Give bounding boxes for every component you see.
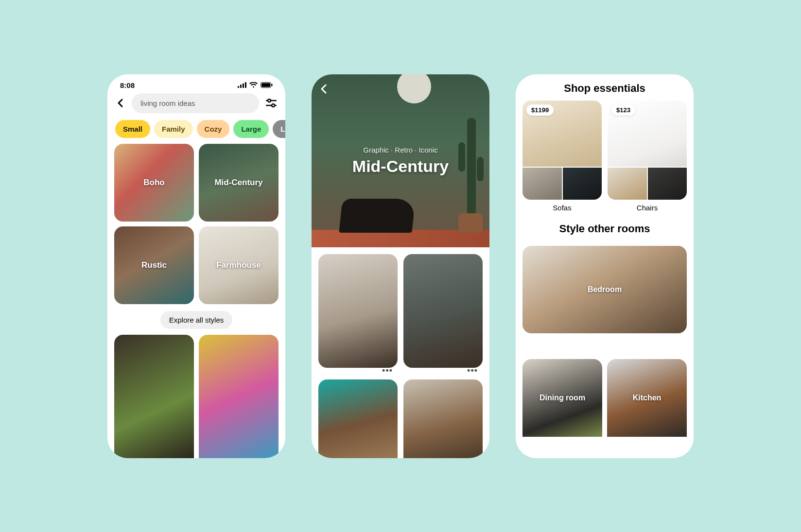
room-tile-kitchen[interactable]: Kitchen <box>607 359 687 437</box>
filter-chip-large[interactable]: Large <box>233 120 269 138</box>
hero-subtitle: Graphic · Retro · Iconic <box>363 146 437 154</box>
svg-rect-2 <box>243 84 244 88</box>
feed-pin[interactable] <box>199 335 279 458</box>
shop-thumb <box>608 168 647 200</box>
filter-chip-small[interactable]: Small <box>115 120 150 138</box>
filter-chip-layout[interactable]: Layo <box>273 120 285 138</box>
shop-thumb <box>648 168 687 200</box>
svg-rect-1 <box>240 85 242 88</box>
back-button[interactable] <box>320 83 327 97</box>
price-badge: $1199 <box>526 104 554 116</box>
status-bar: 8:08 <box>107 74 285 91</box>
rooms-section-title: Style other rooms <box>522 212 687 241</box>
feed-pin[interactable] <box>114 335 194 458</box>
feed-pin[interactable] <box>403 379 483 458</box>
price-badge: $123 <box>611 104 635 116</box>
search-input[interactable]: living room ideas <box>132 93 259 113</box>
status-icons <box>238 82 273 88</box>
back-button[interactable] <box>115 98 126 108</box>
phone-style-detail: Graphic · Retro · Iconic Mid-Century •••… <box>312 74 489 458</box>
wifi-icon <box>249 82 258 88</box>
svg-rect-6 <box>272 84 273 86</box>
svg-rect-3 <box>245 82 246 88</box>
filter-chip-family[interactable]: Family <box>154 120 193 138</box>
style-hero: Graphic · Retro · Iconic Mid-Century <box>312 74 489 247</box>
svg-rect-0 <box>238 86 239 88</box>
search-input-value: living room ideas <box>140 99 195 107</box>
shop-item-image: $1199 <box>522 101 602 167</box>
svg-point-8 <box>268 99 271 102</box>
phone-shop-rooms: Shop essentials $1199 Sofas $123 <box>516 74 694 458</box>
shop-item-label: Sofas <box>522 200 602 212</box>
rooms-grid: Bedroom Dining room Kitchen <box>522 246 687 458</box>
explore-all-button[interactable]: Explore all styles <box>160 311 233 329</box>
cellular-icon <box>238 82 246 88</box>
room-tile-label: Dining room <box>540 394 585 402</box>
style-tile-label: Boho <box>143 178 164 188</box>
style-tile-label: Farmhouse <box>216 260 261 270</box>
battery-icon <box>261 82 273 88</box>
search-row: living room ideas <box>107 91 285 118</box>
feed-grid <box>107 335 285 458</box>
style-tile-farmhouse[interactable]: Farmhouse <box>199 226 279 304</box>
style-grid: Boho Mid-Century Rustic Farmhouse <box>107 144 285 304</box>
shop-thumb <box>522 168 562 200</box>
hero-title: Mid-Century <box>352 157 449 176</box>
chevron-left-icon <box>117 99 124 107</box>
shop-item-label: Chairs <box>608 200 687 212</box>
svg-point-10 <box>272 104 275 107</box>
explore-row: Explore all styles <box>107 304 285 335</box>
phone-search-explore: 8:08 living room ideas Small Family Cozy… <box>107 74 285 458</box>
filter-button[interactable] <box>265 97 278 109</box>
room-tile-label: Kitchen <box>633 394 662 402</box>
room-tile-bedroom[interactable]: Bedroom <box>522 246 687 333</box>
shop-item-thumbs <box>608 168 687 200</box>
svg-rect-5 <box>261 83 270 87</box>
style-tile-boho[interactable]: Boho <box>114 144 194 222</box>
room-tile-label: Bedroom <box>588 285 622 294</box>
feed-pin[interactable]: ••• <box>403 254 483 368</box>
chevron-left-icon <box>320 84 327 94</box>
shop-item-image: $123 <box>608 101 687 167</box>
shop-section-title: Shop essentials <box>516 74 694 101</box>
shop-thumb <box>563 168 602 200</box>
style-tile-label: Rustic <box>141 260 167 270</box>
filter-chip-cozy[interactable]: Cozy <box>197 120 230 138</box>
shop-row: $1199 Sofas $123 Chairs <box>522 101 687 212</box>
filter-chip-row[interactable]: Small Family Cozy Large Layo <box>107 118 285 144</box>
feed-pin[interactable] <box>318 379 398 458</box>
shop-item-thumbs <box>522 168 602 200</box>
pin-more-button[interactable]: ••• <box>467 365 478 376</box>
sliders-icon <box>266 99 277 107</box>
style-tile-rustic[interactable]: Rustic <box>114 226 194 304</box>
status-time: 8:08 <box>120 81 135 89</box>
shop-item-sofas[interactable]: $1199 Sofas <box>522 101 602 212</box>
style-tile-midcentury[interactable]: Mid-Century <box>199 144 279 222</box>
style-tile-label: Mid-Century <box>214 178 262 188</box>
room-tile-dining[interactable]: Dining room <box>522 359 602 437</box>
feed-pin[interactable]: ••• <box>318 254 398 368</box>
shop-item-chairs[interactable]: $123 Chairs <box>608 101 687 212</box>
pin-more-button[interactable]: ••• <box>382 365 393 376</box>
style-feed: ••• ••• <box>312 247 489 458</box>
